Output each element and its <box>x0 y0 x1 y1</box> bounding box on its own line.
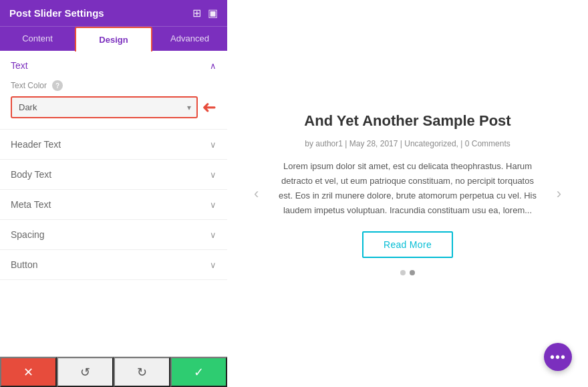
panel-header-icons: ⊞ ▣ <box>192 7 218 19</box>
redo-button[interactable]: ↻ <box>114 357 170 387</box>
cancel-button[interactable]: ✕ <box>0 357 57 387</box>
help-icon[interactable]: ? <box>52 80 63 91</box>
left-panel: Post Slider Settings ⊞ ▣ Content Design … <box>0 0 227 387</box>
tab-bar: Content Design Advanced <box>0 26 227 51</box>
dot-2 <box>410 270 415 275</box>
chevron-down-icon-header: ∨ <box>210 140 216 150</box>
chevron-down-icon-body: ∨ <box>210 170 216 180</box>
tab-content[interactable]: Content <box>0 27 75 51</box>
section-spacing-header[interactable]: Spacing ∨ <box>0 220 227 249</box>
section-header-text-header[interactable]: Header Text ∨ <box>0 130 227 159</box>
chevron-up-icon: ∧ <box>210 61 216 71</box>
section-body-text-header[interactable]: Body Text ∨ <box>0 160 227 189</box>
text-color-select[interactable]: Dark Light <box>12 98 196 117</box>
right-panel: ‹ And Yet Another Sample Post by author1… <box>227 0 588 387</box>
section-spacing-label: Spacing <box>11 229 45 240</box>
section-meta-text: Meta Text ∨ <box>0 190 227 220</box>
text-color-row: Text Color ? <box>11 80 216 91</box>
section-text: Text ∧ Text Color ? Dark Light ▾ <box>0 51 227 130</box>
slider-dots <box>274 270 541 275</box>
dot-1 <box>400 270 406 275</box>
slider-container: ‹ And Yet Another Sample Post by author1… <box>274 112 541 275</box>
chevron-down-icon-spacing: ∨ <box>210 230 216 240</box>
post-title: And Yet Another Sample Post <box>274 112 541 131</box>
red-arrow-wrap: Dark Light ▾ ➜ <box>11 96 216 118</box>
red-arrow-icon: ➜ <box>202 97 216 118</box>
section-spacing: Spacing ∨ <box>0 220 227 250</box>
chevron-down-icon-button: ∨ <box>210 260 216 270</box>
tab-design[interactable]: Design <box>75 27 152 51</box>
confirm-button[interactable]: ✓ <box>170 357 227 387</box>
fab-button[interactable]: ••• <box>544 343 572 371</box>
section-header-text: Header Text ∨ <box>0 130 227 160</box>
section-button-header[interactable]: Button ∨ <box>0 250 227 279</box>
section-header-text-label: Header Text <box>11 139 61 150</box>
tab-advanced[interactable]: Advanced <box>152 27 227 51</box>
section-text-label: Text <box>11 60 28 71</box>
section-body-text: Body Text ∨ <box>0 160 227 190</box>
section-meta-text-label: Meta Text <box>11 199 51 210</box>
panel-header: Post Slider Settings ⊞ ▣ <box>0 0 227 26</box>
chevron-down-icon-meta: ∨ <box>210 200 216 210</box>
section-button-label: Button <box>11 259 37 270</box>
post-meta: by author1 | May 28, 2017 | Uncategorize… <box>274 138 541 150</box>
columns-icon[interactable]: ▣ <box>208 7 218 19</box>
read-more-button[interactable]: Read More <box>362 231 453 258</box>
section-meta-text-header[interactable]: Meta Text ∨ <box>0 190 227 219</box>
expand-icon[interactable]: ⊞ <box>192 7 201 19</box>
slider-prev-button[interactable]: ‹ <box>254 185 259 203</box>
panel-content: Text ∧ Text Color ? Dark Light ▾ <box>0 51 227 356</box>
panel-title: Post Slider Settings <box>9 7 104 19</box>
bottom-toolbar: ✕ ↺ ↻ ✓ <box>0 356 227 387</box>
text-color-select-wrapper: Dark Light ▾ <box>11 96 198 118</box>
section-text-body: Text Color ? Dark Light ▾ ➜ <box>0 80 227 129</box>
reset-button[interactable]: ↺ <box>57 357 114 387</box>
slider-next-button[interactable]: › <box>557 185 561 203</box>
text-color-label: Text Color <box>11 81 47 90</box>
post-body: Lorem ipsum dolor sit amet, est cu delic… <box>274 159 541 218</box>
section-body-text-label: Body Text <box>11 169 51 180</box>
section-text-header[interactable]: Text ∧ <box>0 51 227 80</box>
section-button: Button ∨ <box>0 250 227 280</box>
